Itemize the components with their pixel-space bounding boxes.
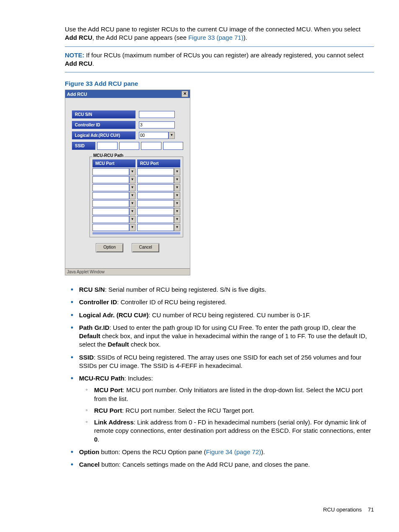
text-bold: Link Address [94, 419, 133, 426]
mcu-port-8[interactable] [92, 224, 129, 231]
text-bold: Option [79, 448, 99, 455]
input-ssid-2[interactable] [119, 142, 140, 150]
chevron-down-icon[interactable]: ▼ [129, 168, 136, 175]
input-ssid-1[interactable] [97, 142, 118, 150]
link-figure-34[interactable]: Figure 34 (page 72) [206, 448, 261, 455]
mcu-port-1[interactable] [92, 168, 129, 175]
intro-paragraph: Use the Add RCU pane to register RCUs to… [65, 25, 374, 42]
divider [65, 72, 374, 72]
chevron-down-icon[interactable]: ▼ [174, 192, 180, 199]
mcu-port-5[interactable] [92, 200, 129, 207]
rcu-port-4[interactable] [137, 192, 174, 199]
text: : CU number of RCU being registered. CU … [148, 311, 311, 319]
input-rcu-sn[interactable] [139, 111, 175, 118]
mcu-port-3[interactable] [92, 184, 129, 191]
mcu-port-2[interactable] [92, 176, 129, 183]
text-bold: SSID [79, 354, 94, 361]
text: Use the Add RCU pane to register RCUs to… [65, 26, 361, 33]
close-icon[interactable]: ✕ [182, 91, 188, 97]
chevron-down-icon[interactable]: ▼ [174, 168, 180, 175]
text-bold: RCU S/N [79, 286, 105, 293]
col-header-rcu-port: RCU Port [137, 159, 180, 167]
chevron-down-icon[interactable]: ▼ [174, 208, 180, 215]
text-bold: Add RCU [65, 60, 92, 67]
rcu-port-8[interactable] [137, 224, 174, 231]
footer-page: 71 [368, 506, 374, 513]
list-item: Cancel button: Cancels settings made on … [79, 460, 374, 469]
footer-section: RCU operations [323, 506, 362, 513]
divider [65, 46, 374, 47]
chevron-down-icon[interactable]: ▼ [174, 176, 180, 183]
rcu-port-5[interactable] [137, 200, 174, 207]
chevron-down-icon[interactable]: ▼ [129, 208, 136, 215]
text-bold: Path Gr.ID [79, 324, 110, 331]
input-logical-adr[interactable] [139, 132, 169, 139]
chevron-down-icon[interactable]: ▼ [169, 132, 175, 139]
text: : Used to enter the path group ID for us… [110, 324, 356, 331]
page-footer: RCU operations 71 [65, 506, 374, 513]
col-header-mcu-port: MCU Port [92, 159, 136, 167]
list-item: Controller ID: Controller ID of RCU bein… [79, 298, 374, 306]
list-item: Link Address: Link address from 0 - FD i… [94, 418, 374, 444]
dialog-statusbar: Java Applet Window [65, 268, 190, 275]
strip [92, 232, 180, 234]
text-bold: Logical Adr. (RCU CU#) [79, 311, 148, 319]
text-bold: Cancel [79, 461, 100, 468]
chevron-down-icon[interactable]: ▼ [174, 224, 180, 231]
text: . [92, 60, 94, 67]
cancel-button[interactable]: Cancel [132, 243, 159, 252]
option-button[interactable]: Option [96, 243, 123, 252]
label-ssid: SSID [72, 142, 95, 150]
chevron-down-icon[interactable]: ▼ [129, 192, 136, 199]
label-rcu-sn: RCU S/N [72, 111, 136, 118]
input-controller-id[interactable] [139, 121, 175, 129]
rcu-port-6[interactable] [137, 208, 174, 215]
text: button: Opens the RCU Option pane ( [99, 448, 206, 455]
chevron-down-icon[interactable]: ▼ [129, 200, 136, 207]
rcu-port-3[interactable] [137, 184, 174, 191]
list-item: MCU-RCU Path: Includes: MCU Port: MCU po… [79, 374, 374, 444]
text: : RCU port number. Select the RCU Target… [122, 407, 255, 414]
chevron-down-icon[interactable]: ▼ [129, 184, 136, 191]
text-bold: Controller ID [79, 298, 117, 306]
input-ssid-4[interactable] [163, 142, 184, 150]
list-item: Logical Adr. (RCU CU#): CU number of RCU… [79, 311, 374, 319]
list-item: SSID: SSIDs of RCU being registered. The… [79, 353, 374, 370]
text-bold: RCU Port [94, 407, 122, 414]
mcu-port-7[interactable] [92, 216, 129, 223]
chevron-down-icon[interactable]: ▼ [174, 216, 180, 223]
mcu-port-4[interactable] [92, 192, 129, 199]
list-item: Path Gr.ID: Used to enter the path group… [79, 324, 374, 349]
chevron-down-icon[interactable]: ▼ [129, 176, 136, 183]
dialog-titlebar: Add RCU ✕ [65, 90, 190, 98]
text: : Controller ID of RCU being registered. [117, 298, 227, 306]
text: ). [261, 448, 265, 455]
rcu-port-7[interactable] [137, 216, 174, 223]
text: , the Add RCU pane appears (see [92, 34, 188, 41]
text: : Serial number of RCU being registered.… [105, 286, 266, 293]
chevron-down-icon[interactable]: ▼ [129, 216, 136, 223]
text-bold: MCU-RCU Path [79, 375, 124, 382]
note-label: NOTE: [65, 51, 84, 59]
chevron-down-icon[interactable]: ▼ [174, 184, 180, 191]
text: : MCU port number. Only Initiators are l… [94, 386, 363, 402]
list-item: RCU S/N: Serial number of RCU being regi… [79, 285, 374, 294]
text: : Link address from 0 - FD in hexadecima… [94, 419, 371, 434]
chevron-down-icon[interactable]: ▼ [174, 200, 180, 207]
rcu-port-1[interactable] [137, 168, 174, 175]
link-figure-33[interactable]: Figure 33 (page 71) [188, 34, 243, 41]
chevron-down-icon[interactable]: ▼ [129, 224, 136, 231]
list-item: RCU Port: RCU port number. Select the RC… [94, 406, 374, 415]
mcu-rcu-path-fieldset: MCU-RCU Path MCU Port RCU Port ▼▼ ▼▼ ▼▼ … [90, 157, 183, 237]
text: If four RCUs (maximum number of RCUs you… [84, 51, 364, 59]
list-item: Option button: Opens the RCU Option pane… [79, 448, 374, 456]
input-ssid-3[interactable] [141, 142, 161, 150]
text: : SSIDs of RCU being registered. The arr… [79, 354, 361, 369]
text: : Includes: [124, 375, 153, 382]
list-item: MCU Port: MCU port number. Only Initiato… [94, 386, 374, 403]
text: button: Cancels settings made on the Add… [100, 461, 310, 468]
rcu-port-2[interactable] [137, 176, 174, 183]
note-paragraph: NOTE: If four RCUs (maximum number of RC… [65, 51, 374, 68]
mcu-port-6[interactable] [92, 208, 129, 215]
text: ). [243, 34, 247, 41]
